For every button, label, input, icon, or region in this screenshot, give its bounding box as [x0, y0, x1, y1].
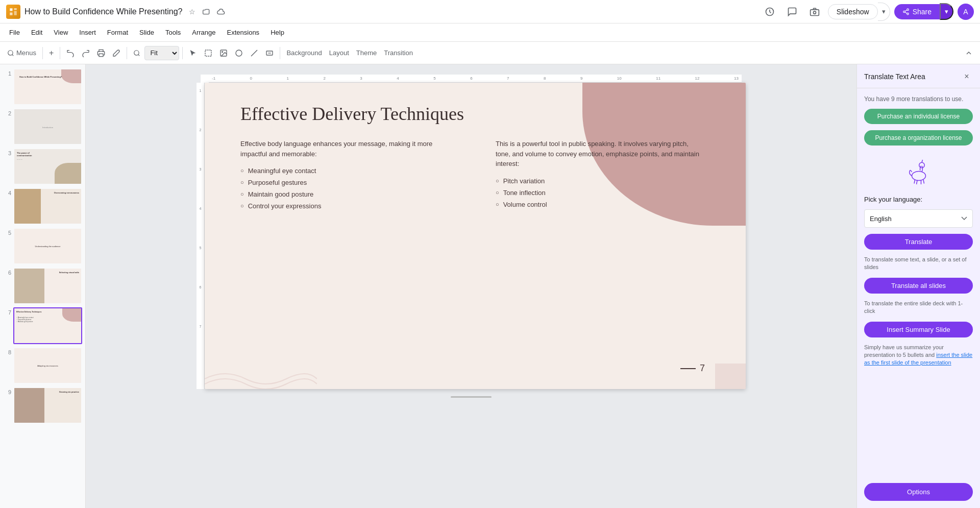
menu-tools[interactable]: Tools — [160, 27, 186, 38]
left-bullet-1: Meaningful eye contact — [240, 167, 460, 175]
svg-point-9 — [906, 13, 909, 15]
slideshow-arrow: ▾ — [882, 8, 886, 15]
slide-num-2: 2 — [3, 110, 11, 116]
options-btn[interactable]: Options — [864, 483, 973, 501]
slide-thumb-row-5: 5 Understanding the audience — [3, 228, 82, 264]
slide-thumb-row-9: 9 Growing via practice — [3, 387, 82, 424]
svg-line-16 — [138, 54, 140, 56]
transition-btn[interactable]: Transition — [381, 45, 416, 61]
layout-btn[interactable]: Layout — [326, 45, 352, 61]
left-paragraph: Effective body language enhances your me… — [240, 139, 460, 159]
menu-help[interactable]: Help — [265, 27, 289, 38]
translate-all-btn[interactable]: Translate all slides — [864, 278, 973, 294]
line-btn[interactable] — [247, 45, 261, 61]
chevron-up-icon — [965, 49, 973, 57]
select-area-btn[interactable] — [201, 45, 215, 61]
main-area: 1 How to Build Confidence While Presenti… — [0, 64, 980, 508]
comment-icon[interactable] — [783, 3, 801, 21]
menu-insert[interactable]: Insert — [74, 27, 101, 38]
paint-icon — [112, 49, 120, 57]
print-btn[interactable] — [94, 45, 108, 61]
slide-thumb-row-3: 3 The power ofcommunication — — — — [3, 148, 82, 185]
star-icon[interactable]: ☆ — [187, 6, 198, 17]
svg-point-24 — [912, 172, 925, 181]
zoom-btn[interactable] — [130, 45, 143, 61]
textbox-btn[interactable] — [262, 45, 277, 61]
history-icon[interactable] — [761, 3, 779, 21]
slide-thumb-9[interactable]: Growing via practice — [13, 387, 82, 424]
slideshow-dropdown[interactable]: ▾ — [878, 3, 890, 21]
add-btn[interactable]: + — [46, 45, 57, 61]
select-area-icon — [204, 49, 212, 57]
zoom-icon — [133, 50, 140, 57]
camera-icon[interactable] — [805, 3, 824, 21]
slide-thumb-row-8: 8 Adapting via resources — [3, 347, 82, 384]
redo-icon — [82, 49, 90, 57]
slide-thumb-6[interactable]: Selecting visual aids — [13, 268, 82, 304]
menu-format[interactable]: Format — [102, 27, 133, 38]
search-menus-btn[interactable]: Menus — [4, 45, 39, 61]
slide-thumb-5[interactable]: Understanding the audience — [13, 228, 82, 264]
translate-btn[interactable]: Translate — [864, 234, 973, 250]
image-icon — [219, 49, 228, 57]
search-icon — [7, 50, 14, 57]
menu-slide[interactable]: Slide — [134, 27, 159, 38]
slide-thumb-1[interactable]: How to Build Confidence While Presenting… — [13, 68, 82, 105]
slide-canvas[interactable]: Effective Delivery Techniques Effective … — [205, 83, 746, 389]
slide-thumb-3[interactable]: The power ofcommunication — — — — [13, 148, 82, 185]
background-label: Background — [286, 49, 322, 57]
theme-btn[interactable]: Theme — [353, 45, 380, 61]
cloud-icon[interactable] — [215, 6, 227, 17]
background-btn[interactable]: Background — [283, 45, 325, 61]
avatar[interactable]: A — [958, 4, 974, 20]
slide-thumb-4[interactable]: Overcoming nervousness — [13, 188, 82, 225]
doc-title: How to Build Confidence While Presenting… — [24, 7, 183, 16]
scroll-indicator — [451, 396, 492, 398]
page-num-text: 7 — [700, 363, 705, 374]
share-dropdown[interactable]: ▾ — [940, 3, 953, 20]
insert-summary-btn[interactable]: Insert Summary Slide — [864, 322, 973, 337]
right-bullet-3: Volume control — [496, 201, 705, 208]
purchase-org-btn[interactable]: Purchase a organization license — [864, 130, 973, 146]
share-button[interactable]: Share — [894, 4, 940, 19]
canvas-area: -1012345678910111213 1234567 Effectiv — [86, 64, 856, 508]
topbar: How to Build Confidence While Presenting… — [0, 0, 980, 23]
cursor-btn[interactable] — [186, 45, 200, 61]
collapse-toolbar-btn[interactable] — [962, 46, 976, 60]
panel-body: You have 9 more translations to use. Pur… — [857, 88, 980, 508]
right-bullet-2: Tone inflection — [496, 189, 705, 197]
undo-btn[interactable] — [63, 45, 78, 61]
menu-edit[interactable]: Edit — [26, 27, 47, 38]
paint-btn[interactable] — [109, 45, 124, 61]
svg-rect-2 — [10, 12, 12, 15]
panel-close-button[interactable]: × — [961, 70, 973, 83]
right-paragraph: This is a powerful tool in public speaki… — [496, 139, 705, 169]
slide-left-col: Effective body language enhances your me… — [240, 139, 460, 214]
mascot-unicorn — [903, 157, 934, 187]
language-select[interactable]: English Spanish French German Chinese Ja… — [864, 209, 973, 228]
menus-label: Menus — [16, 49, 36, 57]
slideshow-label: Slideshow — [837, 8, 869, 16]
translate-note: To translate some text, a slide, or a se… — [864, 256, 973, 272]
slideshow-button[interactable]: Slideshow — [828, 4, 878, 19]
pick-language-label: Pick your language: — [864, 196, 973, 203]
folder-icon[interactable] — [201, 6, 212, 17]
svg-line-27 — [914, 180, 915, 184]
slide-thumb-7[interactable]: Effective Delivery Techniques ○ Meaningf… — [13, 307, 82, 344]
svg-point-15 — [134, 50, 139, 55]
page-line — [680, 368, 696, 369]
menu-file[interactable]: File — [4, 27, 25, 38]
slide-thumb-2[interactable]: Introduction — [13, 108, 82, 145]
slide-thumb-8[interactable]: Adapting via resources — [13, 347, 82, 384]
slide-num-3: 3 — [3, 150, 11, 156]
circle-btn[interactable] — [232, 45, 246, 61]
svg-rect-1 — [14, 8, 17, 10]
redo-btn[interactable] — [79, 45, 93, 61]
zoom-select[interactable]: Fit 50% 75% 100% 125% 150% 200% — [144, 46, 179, 60]
decoration-bottom-right — [715, 364, 746, 389]
menu-view[interactable]: View — [48, 27, 73, 38]
menu-extensions[interactable]: Extensions — [222, 27, 265, 38]
purchase-individual-btn[interactable]: Purchase an individual license — [864, 109, 973, 124]
image-btn[interactable] — [216, 45, 231, 61]
menu-arrange[interactable]: Arrange — [187, 27, 220, 38]
